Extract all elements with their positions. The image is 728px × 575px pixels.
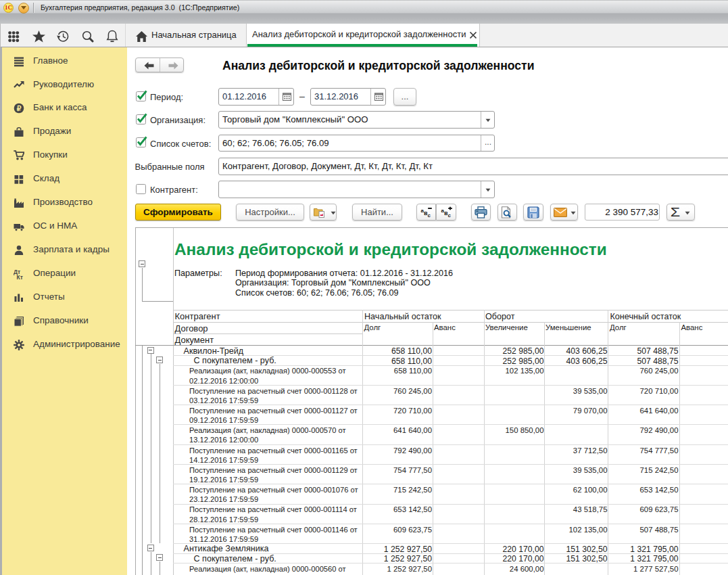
svg-text:с: с bbox=[427, 212, 431, 218]
svg-text:₽: ₽ bbox=[16, 104, 21, 112]
svg-text:с: с bbox=[447, 212, 451, 218]
svg-text:Кт: Кт bbox=[16, 274, 22, 280]
